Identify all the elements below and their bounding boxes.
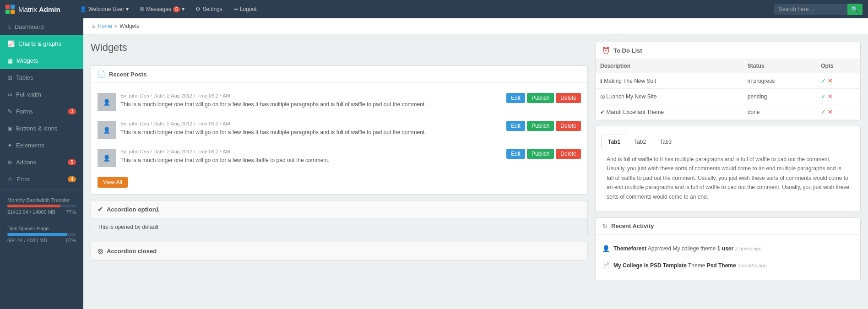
publish-button[interactable]: Publish: [527, 149, 554, 159]
chart-icon: 📈: [7, 40, 15, 47]
avatar-icon: 👤: [103, 155, 110, 162]
post-content: By: john Deo / Date: 2 Aug 2012 / Time:0…: [120, 93, 502, 108]
sidebar-item-widgets[interactable]: ▦ Widgets: [0, 52, 83, 69]
disk-label: Disk Space Usage: [7, 226, 76, 231]
post-actions: Edit Publish Delete: [506, 121, 581, 131]
todo-delete[interactable]: ✕: [828, 93, 833, 100]
todo-header: ⏰ To Do List: [596, 42, 860, 59]
col-opts: Opts: [816, 59, 860, 73]
avatar-icon: 👤: [103, 127, 110, 134]
table-icon: ⊞: [7, 74, 12, 81]
sidebar-item-label: Addons: [16, 159, 36, 166]
activity-text: Themeforest Approved My college theme 1 …: [613, 244, 854, 253]
view-all-area: View All: [98, 172, 581, 189]
post-text: This is a much longer one that will go o…: [120, 128, 502, 136]
table-row: ℹ Making The New Suit in progress ✓ ✕: [596, 73, 860, 89]
sidebar: Dashboard 📈 Charts & graphs ▦ Widgets ⊞ …: [0, 18, 83, 309]
addons-badge: 5: [68, 159, 76, 165]
accordion-header-2[interactable]: ◎ Accordion closed: [91, 242, 587, 260]
recent-activity-header: ↻ Recent Activity: [596, 218, 860, 235]
delete-button[interactable]: Delete: [556, 121, 581, 131]
recent-posts-header: 📄 Recent Posts: [91, 66, 587, 83]
activity-bold: My College is PSD Template: [613, 262, 687, 269]
sidebar-item-label: Widgets: [16, 57, 38, 64]
recent-activity-body: 👤 Themeforest Approved My college theme …: [596, 235, 860, 280]
post-actions: Edit Publish Delete: [506, 93, 581, 103]
sidebar-item-label: Tables: [16, 74, 33, 81]
search-input[interactable]: [774, 4, 847, 15]
tab-tab3[interactable]: Tab3: [653, 135, 678, 149]
todo-desc: ℹ Making The New Suit: [596, 73, 743, 89]
user-menu[interactable]: 👤 Welcome User ▾: [75, 4, 133, 14]
sidebar-item-dashboard[interactable]: Dashboard: [0, 18, 83, 35]
delete-button[interactable]: Delete: [556, 149, 581, 159]
todo-delete[interactable]: ✕: [828, 77, 833, 84]
widget-icon: ▦: [7, 57, 13, 64]
activity-text: My College is PSD Template Theme Psd The…: [613, 261, 854, 270]
form-icon: ✎: [7, 108, 12, 115]
todo-opts-cell: ✓ ✕: [816, 73, 860, 89]
settings-link[interactable]: ⚙ Settings: [191, 4, 227, 14]
bandwidth-fill: [7, 205, 60, 207]
error-icon: ⚠: [7, 176, 13, 183]
user-label: Welcome User: [88, 6, 124, 12]
top-nav-links: 👤 Welcome User ▾ ✉ Messages 5 ▾ ⚙ Settin…: [75, 4, 261, 14]
sidebar-item-tables[interactable]: ⊞ Tables: [0, 69, 83, 86]
sidebar-item-label: Error: [16, 176, 30, 183]
sidebar-item-addons[interactable]: ⊕ Addons 5: [0, 154, 83, 171]
accordion-header-1[interactable]: ✔ Accordion option1: [91, 201, 587, 218]
sidebar-item-elements[interactable]: ✦ Eelements: [0, 137, 83, 154]
tab-tab2[interactable]: Tab2: [627, 135, 653, 149]
chevron-right-icon: [115, 23, 117, 29]
publish-button[interactable]: Publish: [527, 93, 554, 103]
edit-button[interactable]: Edit: [506, 149, 525, 159]
search-button[interactable]: 🔍: [847, 4, 863, 15]
logout-link[interactable]: ↪ Logout: [229, 4, 261, 14]
sidebar-item-label: Dashboard: [15, 23, 44, 30]
sidebar-item-fullwidth[interactable]: ⇔ Full width: [0, 86, 83, 103]
todo-status: done: [743, 104, 816, 120]
edit-button[interactable]: Edit: [506, 121, 525, 131]
logout-icon: ↪: [233, 6, 238, 12]
bandwidth-value: 21419.94 / 14000 MB: [7, 209, 55, 215]
check-icon: ✔: [600, 109, 605, 115]
messages-menu[interactable]: ✉ Messages 5 ▾: [135, 4, 189, 14]
edit-button[interactable]: Edit: [506, 93, 525, 103]
recent-activity-title: Recent Activity: [611, 222, 654, 229]
tab-tab1[interactable]: Tab1: [601, 135, 627, 149]
accordion-item-1: ✔ Accordion option1 This is opened by de…: [91, 200, 588, 236]
breadcrumb: ⌂ Home Widgets: [83, 18, 868, 34]
todo-check[interactable]: ✓: [821, 93, 826, 100]
breadcrumb-home[interactable]: Home: [98, 23, 112, 29]
publish-button[interactable]: Publish: [527, 121, 554, 131]
sidebar-item-charts[interactable]: 📈 Charts & graphs: [0, 35, 83, 52]
activity-time: 2months ago: [738, 263, 767, 268]
clock-icon: ⏰: [602, 47, 610, 54]
circle-icon: ◎: [98, 247, 103, 255]
view-all-button[interactable]: View All: [98, 177, 128, 188]
col-status: Status: [743, 59, 816, 73]
post-avatar: 👤: [98, 93, 116, 111]
sidebar-item-error[interactable]: ⚠ Error 4: [0, 171, 83, 188]
todo-desc: ◎ Luanch My New Site: [596, 89, 743, 104]
tabs-panel: Tab1 Tab2 Tab3 And is full of waffle to …: [595, 126, 861, 212]
post-text: This is a much longer one that will go o…: [120, 100, 502, 108]
recent-activity-panel: ↻ Recent Activity 👤 Themeforest Approved…: [595, 217, 861, 280]
breadcrumb-current: Widgets: [119, 23, 139, 29]
todo-delete[interactable]: ✕: [828, 108, 833, 115]
sidebar-item-forms[interactable]: ✎ Forms 3: [0, 103, 83, 120]
post-item: 👤 By: john Deo / Date: 2 Aug 2012 / Time…: [98, 116, 581, 144]
accordion-label-2: Accordion closed: [107, 248, 157, 255]
forms-badge: 3: [68, 108, 76, 114]
tabs-body: Tab1 Tab2 Tab3 And is full of waffle to …: [596, 126, 860, 211]
todo-check[interactable]: ✓: [821, 77, 826, 84]
settings-label: Settings: [202, 6, 222, 12]
post-item: 👤 By: john Deo / Date: 2 Aug 2012 / Time…: [98, 144, 581, 172]
delete-button[interactable]: Delete: [556, 93, 581, 103]
sidebar-item-buttons[interactable]: ◉ Buttons & icons: [0, 120, 83, 137]
todo-check[interactable]: ✓: [821, 108, 826, 115]
disk-fill: [7, 233, 67, 236]
tab-headers: Tab1 Tab2 Tab3: [601, 135, 855, 149]
todo-title: To Do List: [613, 47, 642, 54]
sidebar-item-label: Full width: [16, 91, 41, 98]
